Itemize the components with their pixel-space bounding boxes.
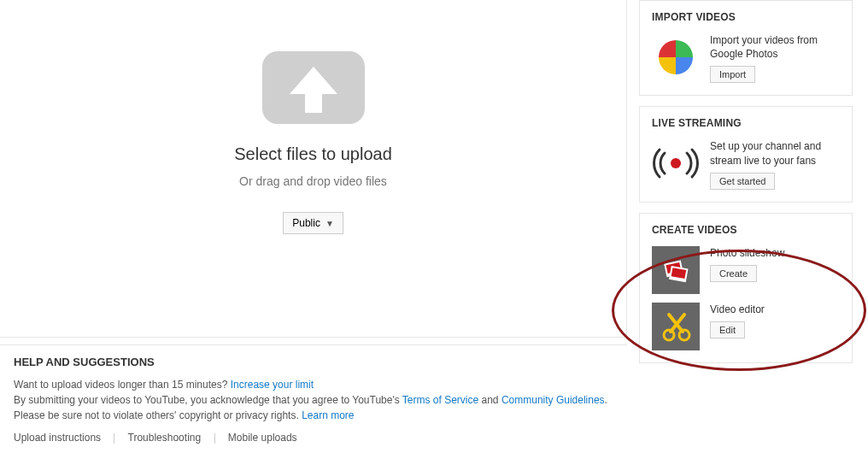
upload-title: Select files to upload bbox=[0, 144, 626, 164]
upload-arrow-icon bbox=[262, 51, 365, 124]
privacy-dropdown[interactable]: Public ▼ bbox=[283, 212, 343, 234]
increase-limit-link[interactable]: Increase your limit bbox=[231, 379, 314, 391]
live-streaming-desc: Set up your channel and stream live to y… bbox=[710, 139, 840, 167]
svg-point-2 bbox=[671, 158, 681, 168]
divider bbox=[214, 433, 215, 444]
create-videos-card: CREATE VIDEOS Photo slideshow Create bbox=[639, 213, 853, 363]
live-streaming-card: LIVE STREAMING Set up your channel and s… bbox=[639, 106, 853, 202]
live-streaming-title: LIVE STREAMING bbox=[652, 117, 840, 129]
photo-slideshow-label: Photo slideshow bbox=[710, 246, 784, 260]
photo-slideshow-row: Photo slideshow Create bbox=[652, 246, 840, 294]
edit-video-button[interactable]: Edit bbox=[710, 321, 745, 338]
import-button[interactable]: Import bbox=[710, 66, 755, 83]
video-editor-label: Video editor bbox=[710, 303, 765, 316]
mobile-uploads-link[interactable]: Mobile uploads bbox=[228, 432, 297, 444]
help-heading: HELP AND SUGGESTIONS bbox=[14, 356, 613, 368]
help-line-copyright: Please be sure not to violate others' co… bbox=[14, 408, 613, 423]
photo-slideshow-icon bbox=[652, 246, 700, 294]
help-line-terms: By submitting your videos to YouTube, yo… bbox=[14, 392, 613, 408]
get-started-button[interactable]: Get started bbox=[710, 173, 775, 190]
troubleshooting-link[interactable]: Troubleshooting bbox=[128, 432, 202, 444]
video-editor-icon bbox=[652, 303, 700, 350]
import-videos-card: IMPORT VIDEOS Import your videos from Go… bbox=[639, 0, 853, 96]
community-guidelines-link[interactable]: Community Guidelines bbox=[501, 394, 605, 406]
help-line-limit: Want to upload videos longer than 15 min… bbox=[14, 377, 613, 392]
video-editor-row: Video editor Edit bbox=[652, 303, 840, 350]
help-footer-links: Upload instructions Troubleshooting Mobi… bbox=[14, 432, 613, 444]
learn-more-link[interactable]: Learn more bbox=[302, 409, 354, 421]
upload-subtitle: Or drag and drop video files bbox=[0, 174, 626, 188]
divider bbox=[114, 433, 114, 444]
create-videos-title: CREATE VIDEOS bbox=[652, 224, 840, 236]
help-suggestions-panel: HELP AND SUGGESTIONS Want to upload vide… bbox=[0, 344, 627, 450]
import-videos-desc: Import your videos from Google Photos bbox=[710, 33, 840, 61]
main-column: Select files to upload Or drag and drop … bbox=[0, 0, 627, 453]
live-broadcast-icon bbox=[652, 139, 700, 187]
upload-instructions-link[interactable]: Upload instructions bbox=[14, 432, 101, 444]
create-slideshow-button[interactable]: Create bbox=[710, 265, 757, 282]
caret-down-icon: ▼ bbox=[326, 219, 334, 228]
terms-of-service-link[interactable]: Terms of Service bbox=[402, 394, 478, 406]
right-sidebar: IMPORT VIDEOS Import your videos from Go… bbox=[639, 0, 853, 374]
import-videos-title: IMPORT VIDEOS bbox=[652, 11, 840, 23]
upload-dropzone[interactable]: Select files to upload Or drag and drop … bbox=[0, 0, 627, 338]
google-photos-icon bbox=[652, 33, 700, 81]
privacy-selected-label: Public bbox=[292, 217, 320, 229]
